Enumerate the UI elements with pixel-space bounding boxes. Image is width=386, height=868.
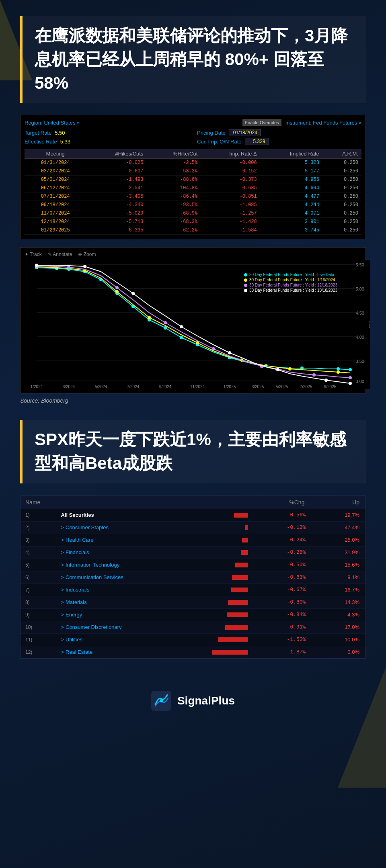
row-expand-arrow[interactable]: > <box>61 637 64 643</box>
bloomberg-panel: Region: United States » Enable Overrides… <box>20 115 366 239</box>
row-name-cell: >Energy <box>56 608 210 621</box>
pricing-date-info: Pricing Date 01/18/2024 <box>197 129 361 136</box>
row-num-cell: 4) <box>21 546 56 559</box>
fed-table-row: 03/20/2024 -0.607 -58.2% -0.152 5.177 0.… <box>25 167 361 176</box>
svg-text:5/2024: 5/2024 <box>95 385 107 389</box>
cell-hikes: -3.405 <box>86 192 146 201</box>
row-up-cell: 16.7% <box>310 583 365 596</box>
row-up-cell: 19.7% <box>310 509 365 521</box>
bar-visual <box>225 625 248 630</box>
chart-legend-item: 30 Day Federal Funds Future : Yield : Li… <box>244 272 337 277</box>
row-expand-arrow[interactable]: > <box>61 574 64 580</box>
cell-arm: 0.250 <box>322 226 361 235</box>
row-pct-chg-cell: -0.28% <box>250 546 310 559</box>
svg-text:3.50: 3.50 <box>356 359 364 364</box>
svg-text:4.00: 4.00 <box>356 335 364 340</box>
zoom-btn[interactable]: ⊕ Zoom <box>78 252 96 257</box>
svg-text:9/2024: 9/2024 <box>159 385 172 389</box>
svg-point-37 <box>300 366 304 370</box>
market-table-row: 4) >Financials -0.28% 31.9% <box>21 546 365 559</box>
market-table-row: 7) >Industrials -0.67% 16.7% <box>21 583 365 596</box>
legend-label: 30 Day Federal Funds Future : Yield : 12… <box>249 283 337 287</box>
bar-visual <box>212 650 248 655</box>
cell-implied: 5.323 <box>260 159 322 167</box>
instrument-label[interactable]: Instrument: Fed Funds Futures » <box>285 120 361 126</box>
chart-toolbar[interactable]: ✦ Track ✎ Annotate ⊕ Zoom <box>25 252 361 257</box>
cell-arm: 0.250 <box>322 218 361 226</box>
svg-text:3.00: 3.00 <box>356 379 364 384</box>
row-expand-arrow[interactable]: > <box>61 599 64 605</box>
cell-arm: 0.250 <box>322 159 361 167</box>
market-table-row: 2) >Consumer Staples -0.12% 47.4% <box>21 521 365 534</box>
row-num-cell: 11) <box>21 633 56 646</box>
legend-label: 30 Day Federal Funds Future : Yield : 10… <box>249 288 337 293</box>
row-up-cell: 4.3% <box>310 608 365 621</box>
row-name-cell: >Health Care <box>56 534 210 546</box>
svg-point-48 <box>337 371 340 374</box>
region-label[interactable]: Region: United States » <box>25 120 80 126</box>
row-expand-arrow[interactable]: > <box>61 549 64 555</box>
cell-hikes: -0.025 <box>86 159 146 167</box>
row-expand-arrow[interactable]: > <box>61 612 64 618</box>
cell-delta: -1.085 <box>201 201 260 209</box>
row-name-cell: >Consumer Staples <box>56 521 210 534</box>
svg-point-44 <box>148 316 151 319</box>
cell-meeting: 06/12/2024 <box>25 184 86 192</box>
col-pctchg-header: %Chg <box>250 496 310 509</box>
bar-visual <box>235 563 248 567</box>
section2-title: SPX昨天一度下跌近1%，主要由利率敏感型和高Beta成股跌 <box>35 428 354 475</box>
row-bar-cell <box>210 509 250 521</box>
row-bar-cell <box>210 621 250 633</box>
row-expand-arrow[interactable]: > <box>61 649 64 655</box>
fed-table-row: 01/29/2025 -6.335 -62.2% -1.584 3.745 0.… <box>25 226 361 235</box>
svg-text:5.00: 5.00 <box>356 287 364 291</box>
enable-overrides-btn[interactable]: Enable Overrides <box>242 119 281 126</box>
track-btn[interactable]: ✦ Track <box>25 252 42 257</box>
svg-text:7/2025: 7/2025 <box>300 385 312 389</box>
cur-imp-value: 5.329 <box>245 138 269 145</box>
chart-legend-item: 30 Day Federal Funds Future : Yield : 10… <box>244 288 337 293</box>
legend-dot <box>244 278 247 282</box>
row-num-cell: 7) <box>21 583 56 596</box>
cell-hikes: -4.340 <box>86 201 146 209</box>
svg-point-53 <box>212 347 215 350</box>
bar-visual <box>228 600 248 605</box>
row-expand-arrow[interactable]: > <box>61 524 64 530</box>
row-expand-arrow[interactable]: > <box>61 562 64 568</box>
market-table-row: 6) >Communication Services -0.63% 9.1% <box>21 571 365 583</box>
bar-visual <box>232 575 248 580</box>
fed-table-row: 12/18/2024 -5.713 -68.3% -1.428 3.901 0.… <box>25 218 361 226</box>
row-expand-arrow[interactable]: > <box>61 624 64 630</box>
svg-point-59 <box>131 292 135 295</box>
row-expand-arrow[interactable]: > <box>61 537 64 543</box>
annotate-btn[interactable]: ✎ Annotate <box>48 252 72 257</box>
section2-title-box: SPX昨天一度下跌近1%，主要由利率敏感型和高Beta成股跌 <box>20 420 366 483</box>
cell-meeting: 09/18/2024 <box>25 201 86 209</box>
fed-funds-table: Meeting #Hikes/Cuts %Hike/Cut Imp. Rate … <box>25 149 361 235</box>
cell-delta: -1.428 <box>201 218 260 226</box>
footer: SignalPlus <box>20 675 366 731</box>
target-rate-label: Target Rate <box>25 130 51 136</box>
cell-hikes: -1.493 <box>86 176 146 184</box>
row-expand-arrow[interactable]: > <box>61 587 64 593</box>
legend-dot <box>244 273 247 276</box>
pricing-date-label: Pricing Date <box>197 130 226 136</box>
market-table-row: 1) All Securities -0.56% 19.7% <box>21 509 365 521</box>
row-pct-chg-cell: -0.56% <box>250 509 310 521</box>
market-table: Name %Chg Up 1) All Securities -0.56% 19… <box>21 496 365 658</box>
svg-point-63 <box>324 379 328 382</box>
cell-implied: 4.244 <box>260 201 322 209</box>
cell-implied: 4.477 <box>260 192 322 201</box>
svg-text:3/2025: 3/2025 <box>252 385 264 389</box>
cell-implied: 4.071 <box>260 209 322 218</box>
svg-point-47 <box>288 367 292 371</box>
col-meeting: Meeting <box>25 149 86 159</box>
fed-table-row: 07/31/2024 -3.405 -86.4% -0.851 4.477 0.… <box>25 192 361 201</box>
svg-point-52 <box>164 321 167 324</box>
svg-point-61 <box>228 351 231 354</box>
col-bar-header <box>210 496 250 509</box>
row-pct-chg-cell: -0.67% <box>250 583 310 596</box>
col-pct: %Hike/Cut <box>146 149 201 159</box>
svg-text:7/2024: 7/2024 <box>127 385 140 389</box>
market-table-row: 3) >Health Care -0.24% 25.0% <box>21 534 365 546</box>
